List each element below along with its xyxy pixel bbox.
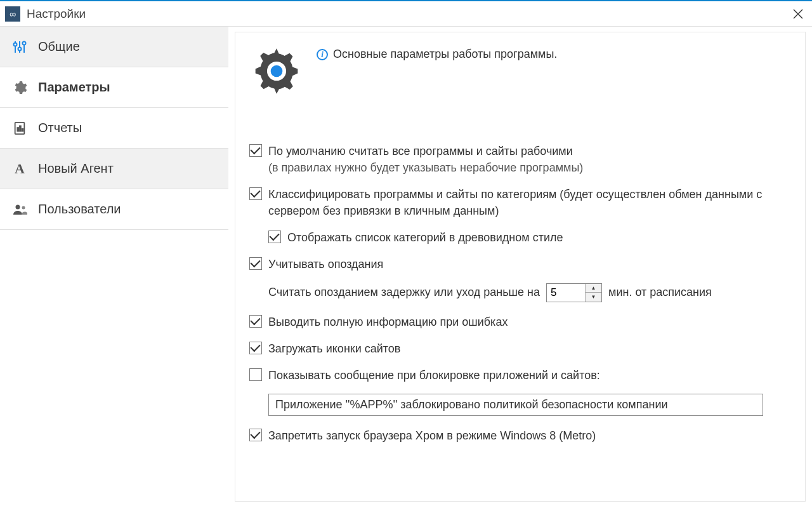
svg-point-3: [14, 43, 17, 46]
users-icon: [11, 201, 28, 218]
lateness-suffix: мин. от расписания: [608, 286, 712, 299]
option-label: Отображать список категорий в древовидно…: [287, 229, 563, 246]
checkbox-block-msg[interactable]: [249, 368, 262, 381]
spin-up-button[interactable]: ▲: [586, 284, 601, 293]
close-icon: [793, 9, 803, 19]
option-label: По умолчанию считать все программы и сай…: [268, 145, 573, 157]
lateness-value-input[interactable]: [547, 284, 585, 302]
gear-icon: [11, 79, 28, 96]
svg-rect-11: [22, 128, 23, 131]
checkbox-site-icons[interactable]: [249, 342, 262, 354]
checkbox-full-errors[interactable]: [249, 315, 262, 328]
big-gear-icon: [249, 44, 304, 98]
sidebar-item-reports[interactable]: Отчеты: [0, 108, 228, 149]
option-label: Показывать сообщение при блокировке прил…: [268, 367, 600, 384]
sidebar-item-new-agent[interactable]: A Новый Агент: [0, 149, 228, 189]
sidebar-item-label: Новый Агент: [38, 161, 114, 176]
block-msg-text-input[interactable]: Приложение ''%APP%'' заблокировано полит…: [268, 394, 763, 416]
sliders-icon: [11, 39, 28, 55]
checkbox-tree-style[interactable]: [268, 231, 281, 243]
spin-down-button[interactable]: ▼: [586, 293, 601, 302]
option-chrome-metro: Запретить запуск браузера Хром в режиме …: [249, 427, 791, 444]
option-label: Запретить запуск браузера Хром в режиме …: [268, 427, 596, 444]
option-block-msg: Показывать сообщение при блокировке прил…: [249, 367, 791, 384]
svg-point-13: [22, 206, 25, 209]
option-label: Учитывать опоздания: [268, 256, 383, 272]
option-label: Выводить полную информацию при ошибках: [268, 314, 508, 330]
checkbox-chrome-metro[interactable]: [249, 429, 262, 441]
close-button[interactable]: [789, 5, 807, 23]
option-label: Загружать иконки сайтов: [268, 340, 400, 357]
sidebar-item-label: Отчеты: [38, 121, 82, 135]
svg-rect-9: [17, 128, 18, 131]
option-site-icons: Загружать иконки сайтов: [249, 340, 791, 357]
agent-icon: A: [11, 161, 28, 177]
main-panel: i Основные параметры работы программы. П…: [235, 32, 806, 502]
sidebar-item-label: Пользователи: [38, 202, 121, 217]
info-icon: i: [317, 49, 328, 60]
checkbox-lateness[interactable]: [249, 257, 262, 270]
option-full-errors: Выводить полную информацию при ошибках: [249, 314, 791, 330]
svg-rect-10: [20, 126, 21, 131]
info-line: i Основные параметры работы программы.: [317, 48, 557, 61]
svg-point-15: [271, 65, 283, 77]
header-row: i Основные параметры работы программы.: [249, 44, 791, 98]
lateness-spinbox[interactable]: ▲ ▼: [546, 283, 602, 302]
svg-point-7: [23, 41, 26, 44]
sidebar-item-parameters[interactable]: Параметры: [0, 67, 228, 108]
header-info-text: Основные параметры работы программы.: [333, 48, 557, 61]
sidebar: Общие Параметры Отчеты A Новый Агент Пол…: [0, 27, 228, 508]
lateness-prefix: Считать опозданием задержку или уход ран…: [268, 286, 540, 299]
option-lateness: Учитывать опоздания: [249, 256, 791, 272]
sidebar-item-label: Параметры: [38, 80, 110, 95]
option-classify: Классифицировать программы и сайты по ка…: [249, 186, 791, 219]
lateness-config-row: Считать опозданием задержку или уход ран…: [268, 283, 791, 302]
sidebar-item-users[interactable]: Пользователи: [0, 189, 228, 230]
sidebar-item-label: Общие: [38, 39, 80, 54]
option-sublabel: (в правилах нужно будет указывать нерабо…: [268, 161, 583, 174]
option-label: Классифицировать программы и сайты по ка…: [268, 186, 791, 219]
svg-point-5: [18, 47, 22, 50]
app-icon: ∞: [5, 6, 20, 22]
option-tree-style: Отображать список категорий в древовидно…: [268, 229, 791, 246]
checkbox-classify[interactable]: [249, 187, 262, 200]
checkbox-default-work[interactable]: [249, 144, 262, 157]
sidebar-item-general[interactable]: Общие: [0, 27, 228, 67]
option-default-work: По умолчанию считать все программы и сай…: [249, 143, 791, 176]
titlebar: ∞ Настройки: [0, 1, 812, 27]
svg-point-12: [16, 204, 20, 209]
window-title: Настройки: [27, 7, 789, 21]
report-icon: [11, 120, 28, 137]
